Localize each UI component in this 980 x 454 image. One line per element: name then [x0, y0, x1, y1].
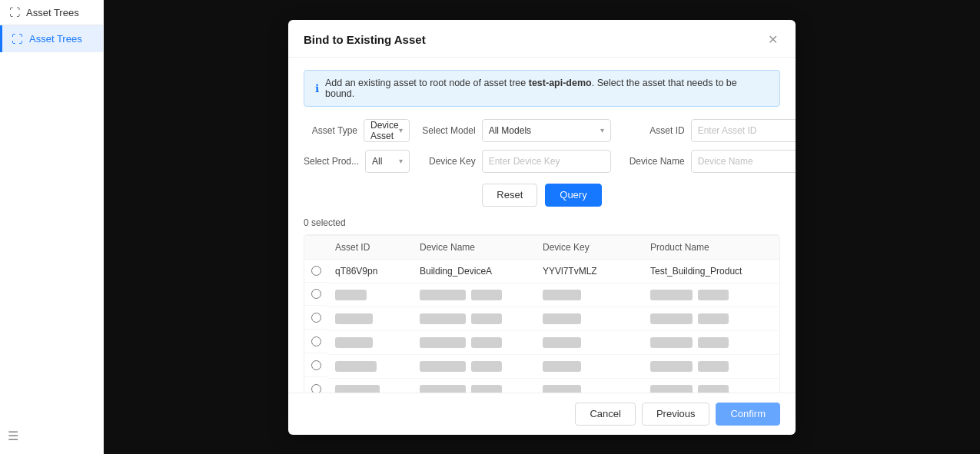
- asset-type-field: Asset Type Device Asset ▾: [304, 119, 410, 142]
- modal-overlay: Bind to Existing Asset ✕ ℹ Add an existi…: [104, 0, 980, 454]
- table-row: [304, 354, 779, 378]
- sidebar-bottom-icon: ☰: [8, 429, 18, 443]
- sidebar: ⛶ Asset Trees ⛶ Asset Trees ☰: [0, 0, 104, 454]
- main-area: Bind to Existing Asset ✕ ℹ Add an existi…: [104, 0, 980, 454]
- cell-asset-id: qT86V9pn: [327, 259, 412, 283]
- chevron-down-icon: ▾: [399, 126, 403, 134]
- device-name-field: Device Name: [623, 150, 796, 173]
- cell-device-name: [412, 378, 535, 393]
- info-text: Add an existing asset to root node of as…: [325, 78, 769, 99]
- reset-button[interactable]: Reset: [482, 184, 537, 207]
- previous-button[interactable]: Previous: [642, 403, 710, 426]
- cell-device-key: [535, 283, 643, 307]
- col-header-device-key: Device Key: [535, 235, 643, 259]
- cell-asset-id: [327, 378, 412, 393]
- cell-product-name: [643, 283, 779, 307]
- cell-device-key: [535, 354, 643, 378]
- cell-product-name: Test_Building_Product: [643, 259, 779, 283]
- cell-asset-id: [327, 330, 412, 354]
- row-radio-cell[interactable]: [304, 378, 327, 393]
- chevron-down-icon3: ▾: [399, 157, 403, 165]
- close-button[interactable]: ✕: [765, 32, 780, 48]
- sidebar-item-label: Asset Trees: [29, 33, 82, 45]
- asset-trees-header-icon: ⛶: [9, 6, 20, 18]
- table-header-row: Asset ID Device Name Device Key Product …: [304, 235, 779, 259]
- cell-device-key: [535, 378, 643, 393]
- select-model-field: Select Model All Models ▾: [422, 119, 611, 142]
- cell-asset-id: [327, 354, 412, 378]
- table-container: Asset ID Device Name Device Key Product …: [304, 234, 780, 393]
- info-banner: ℹ Add an existing asset to root node of …: [304, 70, 780, 107]
- sidebar-header-label: Asset Trees: [26, 7, 79, 18]
- asset-id-field: Asset ID: [623, 119, 796, 142]
- device-key-label: Device Key: [422, 156, 476, 167]
- device-name-input[interactable]: [691, 150, 796, 173]
- col-header-asset-id: Asset ID: [327, 235, 412, 259]
- select-model-label: Select Model: [422, 125, 476, 136]
- device-name-label: Device Name: [623, 156, 685, 167]
- cancel-button[interactable]: Cancel: [575, 403, 635, 426]
- select-model-select[interactable]: All Models ▾: [482, 119, 611, 142]
- asset-type-label: Asset Type: [304, 125, 357, 136]
- cell-product-name: [643, 307, 779, 330]
- cell-product-name: [643, 354, 779, 378]
- modal-footer: Cancel Previous Confirm: [288, 393, 796, 435]
- cell-product-name: [643, 330, 779, 354]
- asset-trees-icon: ⛶: [12, 32, 23, 45]
- row-radio-cell[interactable]: [304, 260, 327, 283]
- row-radio-cell[interactable]: [304, 354, 327, 377]
- table-row: [304, 378, 779, 393]
- cell-asset-id: [327, 307, 412, 330]
- asset-id-input[interactable]: [691, 119, 796, 142]
- modal-body: ℹ Add an existing asset to root node of …: [288, 58, 796, 393]
- row-radio-cell[interactable]: [304, 330, 327, 353]
- cell-device-name: [412, 283, 535, 307]
- row-radio-cell[interactable]: [304, 283, 327, 306]
- cell-device-key: [535, 330, 643, 354]
- chevron-down-icon2: ▾: [600, 126, 604, 134]
- confirm-button[interactable]: Confirm: [716, 403, 780, 426]
- info-icon: ℹ: [315, 82, 319, 94]
- cell-device-key: YYVl7TvMLZ: [535, 259, 643, 283]
- select-prod-label: Select Prod...: [304, 156, 359, 167]
- table-row: [304, 307, 779, 330]
- cell-product-name: [643, 378, 779, 393]
- sidebar-item-asset-trees[interactable]: ⛶ Asset Trees: [0, 25, 103, 52]
- cell-device-key: [535, 307, 643, 330]
- table-row: [304, 330, 779, 354]
- col-header-product-name: Product Name: [643, 235, 779, 259]
- query-button[interactable]: Query: [545, 184, 601, 207]
- form-grid: Asset Type Device Asset ▾ Select Model A…: [304, 119, 780, 173]
- data-table: Asset ID Device Name Device Key Product …: [304, 235, 779, 393]
- col-header-radio: [304, 235, 327, 259]
- table-row: [304, 283, 779, 307]
- device-key-field: Device Key: [422, 150, 611, 173]
- cell-device-name: [412, 354, 535, 378]
- device-key-input[interactable]: [482, 150, 611, 173]
- row-radio-cell[interactable]: [304, 307, 327, 330]
- sidebar-header: ⛶ Asset Trees: [0, 0, 103, 25]
- asset-id-label: Asset ID: [623, 125, 685, 136]
- asset-type-select[interactable]: Device Asset ▾: [364, 119, 410, 142]
- cell-device-name: [412, 330, 535, 354]
- cell-device-name: [412, 307, 535, 330]
- select-prod-field: Select Prod... All ▾: [304, 150, 410, 173]
- col-header-device-name: Device Name: [412, 235, 535, 259]
- selected-count: 0 selected: [304, 217, 780, 228]
- select-prod-select[interactable]: All ▾: [365, 150, 410, 173]
- cell-device-name: Building_DeviceA: [412, 259, 535, 283]
- action-row: Reset Query: [304, 184, 780, 207]
- modal-bind-asset: Bind to Existing Asset ✕ ℹ Add an existi…: [288, 20, 796, 435]
- modal-header: Bind to Existing Asset ✕: [288, 20, 796, 58]
- modal-title: Bind to Existing Asset: [304, 33, 426, 46]
- table-row: qT86V9pn Building_DeviceA YYVl7TvMLZ Tes…: [304, 259, 779, 283]
- cell-asset-id: [327, 283, 412, 307]
